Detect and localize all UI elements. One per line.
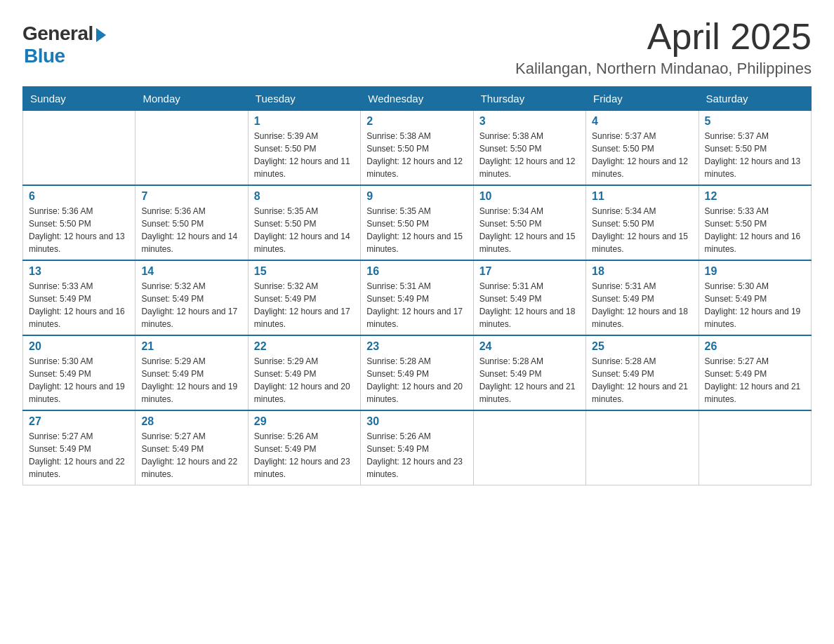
day-number: 18 — [592, 265, 692, 278]
day-number: 19 — [705, 265, 805, 278]
calendar-cell: 14Sunrise: 5:32 AMSunset: 5:49 PMDayligh… — [135, 260, 248, 335]
day-number: 11 — [592, 190, 692, 203]
day-info: Sunrise: 5:34 AMSunset: 5:50 PMDaylight:… — [592, 205, 692, 255]
day-number: 5 — [705, 115, 805, 128]
day-number: 30 — [366, 415, 467, 428]
day-number: 4 — [592, 115, 692, 128]
day-number: 25 — [592, 340, 692, 353]
calendar-cell: 6Sunrise: 5:36 AMSunset: 5:50 PMDaylight… — [23, 185, 135, 260]
logo: General Blue — [22, 22, 106, 67]
day-info: Sunrise: 5:39 AMSunset: 5:50 PMDaylight:… — [254, 130, 355, 180]
calendar-cell: 7Sunrise: 5:36 AMSunset: 5:50 PMDaylight… — [135, 185, 248, 260]
day-info: Sunrise: 5:26 AMSunset: 5:49 PMDaylight:… — [366, 430, 467, 481]
title-section: April 2025 Kalilangan, Northern Mindanao… — [515, 17, 812, 78]
day-number: 13 — [29, 265, 129, 278]
calendar-header-thursday: Thursday — [473, 87, 585, 111]
calendar-header-sunday: Sunday — [23, 87, 135, 111]
day-info: Sunrise: 5:30 AMSunset: 5:49 PMDaylight:… — [705, 280, 805, 330]
calendar-cell — [586, 410, 699, 485]
day-info: Sunrise: 5:27 AMSunset: 5:49 PMDaylight:… — [705, 355, 805, 405]
day-info: Sunrise: 5:29 AMSunset: 5:49 PMDaylight:… — [254, 355, 355, 405]
calendar-cell: 24Sunrise: 5:28 AMSunset: 5:49 PMDayligh… — [473, 335, 585, 410]
day-number: 8 — [254, 190, 355, 203]
day-number: 29 — [254, 415, 355, 428]
day-info: Sunrise: 5:32 AMSunset: 5:49 PMDaylight:… — [141, 280, 241, 330]
calendar-cell: 4Sunrise: 5:37 AMSunset: 5:50 PMDaylight… — [586, 111, 699, 186]
calendar-cell: 21Sunrise: 5:29 AMSunset: 5:49 PMDayligh… — [135, 335, 248, 410]
calendar-cell: 22Sunrise: 5:29 AMSunset: 5:49 PMDayligh… — [248, 335, 360, 410]
day-number: 10 — [479, 190, 580, 203]
calendar-week-row: 13Sunrise: 5:33 AMSunset: 5:49 PMDayligh… — [23, 260, 812, 335]
calendar-cell: 26Sunrise: 5:27 AMSunset: 5:49 PMDayligh… — [699, 335, 811, 410]
day-info: Sunrise: 5:28 AMSunset: 5:49 PMDaylight:… — [592, 355, 692, 405]
calendar-cell: 30Sunrise: 5:26 AMSunset: 5:49 PMDayligh… — [361, 410, 473, 485]
day-number: 1 — [254, 115, 355, 128]
calendar-cell: 15Sunrise: 5:32 AMSunset: 5:49 PMDayligh… — [248, 260, 360, 335]
day-info: Sunrise: 5:31 AMSunset: 5:49 PMDaylight:… — [479, 280, 580, 330]
calendar-cell: 12Sunrise: 5:33 AMSunset: 5:50 PMDayligh… — [699, 185, 811, 260]
day-info: Sunrise: 5:36 AMSunset: 5:50 PMDaylight:… — [141, 205, 241, 255]
day-number: 3 — [479, 115, 580, 128]
calendar-header-row: SundayMondayTuesdayWednesdayThursdayFrid… — [23, 87, 812, 111]
day-number: 24 — [479, 340, 580, 353]
day-number: 16 — [366, 265, 467, 278]
calendar-cell: 10Sunrise: 5:34 AMSunset: 5:50 PMDayligh… — [473, 185, 585, 260]
day-info: Sunrise: 5:32 AMSunset: 5:49 PMDaylight:… — [254, 280, 355, 330]
calendar-cell — [473, 410, 585, 485]
logo-general-text: General — [22, 22, 93, 45]
day-info: Sunrise: 5:33 AMSunset: 5:50 PMDaylight:… — [705, 205, 805, 255]
day-info: Sunrise: 5:34 AMSunset: 5:50 PMDaylight:… — [479, 205, 580, 255]
logo-arrow-icon — [96, 28, 106, 42]
day-number: 23 — [366, 340, 467, 353]
day-info: Sunrise: 5:37 AMSunset: 5:50 PMDaylight:… — [705, 130, 805, 180]
calendar-cell: 23Sunrise: 5:28 AMSunset: 5:49 PMDayligh… — [361, 335, 473, 410]
calendar-table: SundayMondayTuesdayWednesdayThursdayFrid… — [22, 86, 812, 485]
day-number: 27 — [29, 415, 129, 428]
calendar-week-row: 6Sunrise: 5:36 AMSunset: 5:50 PMDaylight… — [23, 185, 812, 260]
calendar-cell: 5Sunrise: 5:37 AMSunset: 5:50 PMDaylight… — [699, 111, 811, 186]
day-number: 28 — [141, 415, 241, 428]
calendar-cell — [699, 410, 811, 485]
calendar-cell: 29Sunrise: 5:26 AMSunset: 5:49 PMDayligh… — [248, 410, 360, 485]
day-info: Sunrise: 5:29 AMSunset: 5:49 PMDaylight:… — [141, 355, 241, 405]
logo-blue-text: Blue — [24, 45, 65, 67]
day-info: Sunrise: 5:35 AMSunset: 5:50 PMDaylight:… — [366, 205, 467, 255]
day-info: Sunrise: 5:28 AMSunset: 5:49 PMDaylight:… — [366, 355, 467, 405]
day-number: 15 — [254, 265, 355, 278]
calendar-header-tuesday: Tuesday — [248, 87, 360, 111]
calendar-cell: 1Sunrise: 5:39 AMSunset: 5:50 PMDaylight… — [248, 111, 360, 186]
day-info: Sunrise: 5:27 AMSunset: 5:49 PMDaylight:… — [141, 430, 241, 481]
calendar-cell: 8Sunrise: 5:35 AMSunset: 5:50 PMDaylight… — [248, 185, 360, 260]
day-number: 7 — [141, 190, 241, 203]
day-info: Sunrise: 5:37 AMSunset: 5:50 PMDaylight:… — [592, 130, 692, 180]
calendar-week-row: 1Sunrise: 5:39 AMSunset: 5:50 PMDaylight… — [23, 111, 812, 186]
calendar-cell: 2Sunrise: 5:38 AMSunset: 5:50 PMDaylight… — [361, 111, 473, 186]
calendar-cell: 27Sunrise: 5:27 AMSunset: 5:49 PMDayligh… — [23, 410, 135, 485]
day-info: Sunrise: 5:27 AMSunset: 5:49 PMDaylight:… — [29, 430, 129, 481]
month-title: April 2025 — [515, 17, 812, 57]
calendar-cell: 17Sunrise: 5:31 AMSunset: 5:49 PMDayligh… — [473, 260, 585, 335]
calendar-cell: 25Sunrise: 5:28 AMSunset: 5:49 PMDayligh… — [586, 335, 699, 410]
day-number: 17 — [479, 265, 580, 278]
day-info: Sunrise: 5:28 AMSunset: 5:49 PMDaylight:… — [479, 355, 580, 405]
day-number: 6 — [29, 190, 129, 203]
calendar-cell — [23, 111, 135, 186]
day-info: Sunrise: 5:30 AMSunset: 5:49 PMDaylight:… — [29, 355, 129, 405]
calendar-header-wednesday: Wednesday — [361, 87, 473, 111]
day-info: Sunrise: 5:38 AMSunset: 5:50 PMDaylight:… — [366, 130, 467, 180]
calendar-header-friday: Friday — [586, 87, 699, 111]
calendar-cell: 19Sunrise: 5:30 AMSunset: 5:49 PMDayligh… — [699, 260, 811, 335]
day-number: 21 — [141, 340, 241, 353]
day-number: 26 — [705, 340, 805, 353]
calendar-cell: 3Sunrise: 5:38 AMSunset: 5:50 PMDaylight… — [473, 111, 585, 186]
calendar-cell: 28Sunrise: 5:27 AMSunset: 5:49 PMDayligh… — [135, 410, 248, 485]
day-info: Sunrise: 5:33 AMSunset: 5:49 PMDaylight:… — [29, 280, 129, 330]
day-info: Sunrise: 5:31 AMSunset: 5:49 PMDaylight:… — [592, 280, 692, 330]
calendar-header-saturday: Saturday — [699, 87, 811, 111]
calendar-cell: 13Sunrise: 5:33 AMSunset: 5:49 PMDayligh… — [23, 260, 135, 335]
calendar-cell: 11Sunrise: 5:34 AMSunset: 5:50 PMDayligh… — [586, 185, 699, 260]
day-info: Sunrise: 5:38 AMSunset: 5:50 PMDaylight:… — [479, 130, 580, 180]
calendar-cell: 18Sunrise: 5:31 AMSunset: 5:49 PMDayligh… — [586, 260, 699, 335]
calendar-header-monday: Monday — [135, 87, 248, 111]
day-info: Sunrise: 5:36 AMSunset: 5:50 PMDaylight:… — [29, 205, 129, 255]
